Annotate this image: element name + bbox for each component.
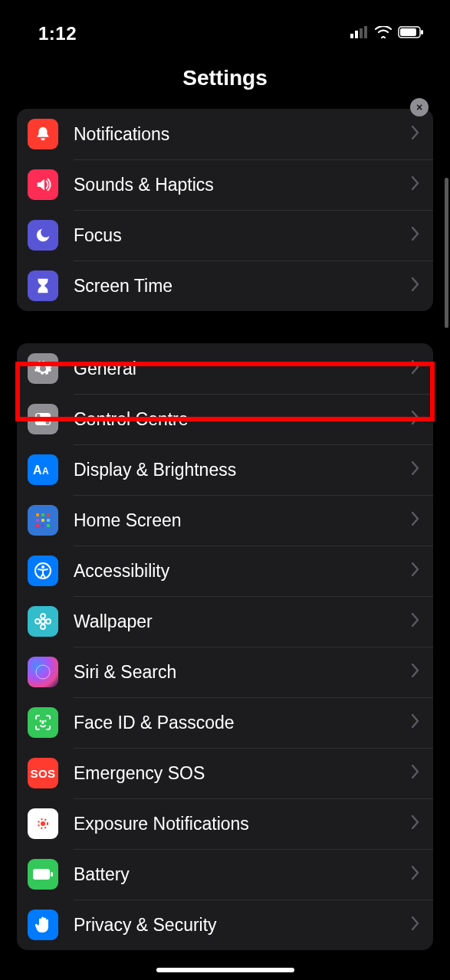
svg-point-8 xyxy=(37,414,41,418)
svg-rect-18 xyxy=(47,519,50,522)
chevron-right-icon xyxy=(412,916,419,933)
svg-point-10 xyxy=(46,421,50,424)
row-label: Privacy & Security xyxy=(74,915,412,936)
row-notifications[interactable]: Notifications xyxy=(17,109,433,159)
row-privacy-security[interactable]: Privacy & Security xyxy=(17,900,433,950)
row-label: Face ID & Passcode xyxy=(74,713,412,733)
row-label: Sounds & Haptics xyxy=(74,175,412,195)
row-sounds-haptics[interactable]: Sounds & Haptics xyxy=(17,159,433,210)
svg-rect-2 xyxy=(360,28,363,38)
chevron-right-icon xyxy=(412,664,419,680)
row-label: Wallpaper xyxy=(74,611,412,632)
svg-point-25 xyxy=(41,614,45,618)
svg-point-27 xyxy=(35,619,40,624)
hourglass-icon xyxy=(28,270,58,301)
chevron-right-icon xyxy=(412,613,419,630)
svg-rect-21 xyxy=(47,524,50,527)
row-emergency-sos[interactable]: SOS Emergency SOS xyxy=(17,748,433,798)
row-screen-time[interactable]: Screen Time xyxy=(17,261,433,311)
svg-point-24 xyxy=(41,619,45,624)
svg-point-33 xyxy=(41,821,45,826)
row-exposure-notifications[interactable]: Exposure Notifications xyxy=(17,798,433,849)
svg-point-23 xyxy=(41,565,44,569)
svg-rect-0 xyxy=(350,34,353,38)
chevron-right-icon xyxy=(412,815,419,832)
sos-icon: SOS xyxy=(28,758,58,788)
bell-icon xyxy=(28,119,58,149)
chevron-right-icon xyxy=(412,765,419,782)
siri-icon xyxy=(28,657,58,687)
settings-group-1: Notifications Sounds & Haptics Focus Scr… xyxy=(17,109,433,311)
chevron-right-icon xyxy=(412,360,419,377)
svg-rect-19 xyxy=(36,524,39,527)
chevron-right-icon xyxy=(412,461,419,478)
chevron-right-icon xyxy=(412,176,419,193)
svg-point-31 xyxy=(45,721,46,722)
row-focus[interactable]: Focus xyxy=(17,210,433,261)
row-label: Control Centre xyxy=(74,409,412,430)
status-bar: 1:12 xyxy=(0,0,450,51)
row-display-brightness[interactable]: AA Display & Brightness xyxy=(17,444,433,495)
flower-icon xyxy=(28,606,58,637)
grid-icon xyxy=(28,505,58,536)
svg-rect-1 xyxy=(355,31,358,38)
chevron-right-icon xyxy=(412,512,419,529)
row-label: Notifications xyxy=(74,124,412,145)
status-time: 1:12 xyxy=(38,23,77,44)
battery-status-icon xyxy=(398,26,424,41)
accessibility-icon xyxy=(28,556,58,586)
hand-icon xyxy=(28,910,58,940)
svg-point-30 xyxy=(41,721,41,722)
faceid-icon xyxy=(28,707,58,738)
row-siri-search[interactable]: Siri & Search xyxy=(17,647,433,697)
chevron-right-icon xyxy=(412,277,419,294)
gear-icon xyxy=(28,353,58,384)
row-label: General xyxy=(74,359,412,379)
chevron-right-icon xyxy=(412,227,419,244)
row-label: Accessibility xyxy=(74,561,412,582)
status-indicators xyxy=(350,26,424,41)
moon-icon xyxy=(28,220,58,251)
row-label: Focus xyxy=(74,225,412,246)
exposure-icon xyxy=(28,808,58,839)
row-label: Screen Time xyxy=(74,276,412,297)
svg-rect-5 xyxy=(400,28,416,36)
svg-rect-20 xyxy=(41,524,44,527)
chevron-right-icon xyxy=(412,562,419,579)
row-general[interactable]: General xyxy=(17,343,433,394)
svg-rect-34 xyxy=(33,869,50,880)
row-label: Home Screen xyxy=(74,510,412,531)
svg-rect-15 xyxy=(47,513,50,516)
row-label: Emergency SOS xyxy=(74,763,412,784)
row-label: Battery xyxy=(74,864,412,885)
svg-rect-3 xyxy=(364,26,367,38)
chevron-right-icon xyxy=(412,126,419,143)
text-size-icon: AA xyxy=(28,454,58,485)
row-accessibility[interactable]: Accessibility xyxy=(17,546,433,596)
header: Settings xyxy=(0,51,450,109)
row-label: Siri & Search xyxy=(74,662,412,683)
row-battery[interactable]: Battery xyxy=(17,849,433,900)
settings-list: Notifications Sounds & Haptics Focus Scr… xyxy=(0,109,450,950)
chevron-right-icon xyxy=(412,866,419,883)
settings-group-2: General Control Centre AA Display & Brig… xyxy=(17,343,433,950)
home-indicator[interactable] xyxy=(156,968,294,972)
svg-rect-14 xyxy=(41,513,44,516)
speaker-icon xyxy=(28,169,58,200)
row-label: Exposure Notifications xyxy=(74,814,412,834)
row-face-id-passcode[interactable]: Face ID & Passcode xyxy=(17,697,433,748)
scroll-indicator[interactable] xyxy=(445,178,448,328)
svg-rect-35 xyxy=(51,872,53,877)
row-control-centre[interactable]: Control Centre xyxy=(17,394,433,444)
svg-text:A: A xyxy=(33,464,42,477)
svg-point-28 xyxy=(46,619,51,624)
chevron-right-icon xyxy=(412,411,419,428)
svg-rect-16 xyxy=(36,519,39,522)
svg-point-26 xyxy=(41,624,45,629)
svg-rect-6 xyxy=(421,30,423,34)
toggles-icon xyxy=(28,404,58,434)
row-wallpaper[interactable]: Wallpaper xyxy=(17,596,433,647)
row-home-screen[interactable]: Home Screen xyxy=(17,495,433,546)
cellular-icon xyxy=(350,26,369,41)
svg-rect-13 xyxy=(36,513,39,516)
